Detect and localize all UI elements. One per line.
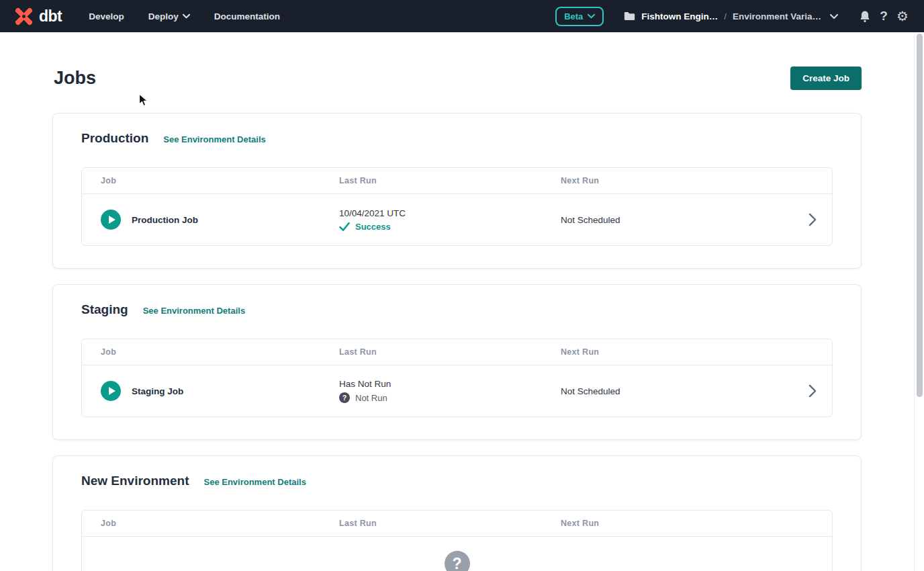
- last-run-date: 10/04/2021 UTC: [339, 208, 542, 218]
- nav-documentation[interactable]: Documentation: [214, 11, 280, 21]
- jobs-table: Job Last Run Next Run ?: [81, 510, 833, 571]
- top-navigation: dbt Develop Deploy Documentation Beta Fi…: [0, 0, 924, 32]
- jobs-table: Job Last Run Next Run Staging Job Has No…: [81, 339, 833, 417]
- success-check-icon: [339, 222, 350, 231]
- run-job-button[interactable]: [101, 381, 121, 401]
- column-header-next-run: Next Run: [542, 519, 793, 528]
- help-icon: ?: [880, 9, 888, 24]
- see-environment-details-link[interactable]: See Environment Details: [163, 134, 265, 144]
- column-header-last-run: Last Run: [320, 347, 542, 357]
- environment-card-staging: Staging See Environment Details Job Last…: [52, 284, 862, 440]
- job-name[interactable]: Production Job: [132, 215, 198, 225]
- chevron-right-icon[interactable]: [808, 213, 817, 226]
- last-run-status: Success: [355, 222, 391, 232]
- primary-nav: Develop Deploy Documentation: [89, 11, 280, 21]
- brand-wordmark: dbt: [39, 7, 62, 26]
- vertical-scrollbar[interactable]: [914, 32, 924, 571]
- environment-name: Production: [81, 131, 148, 146]
- see-environment-details-link[interactable]: See Environment Details: [203, 477, 306, 487]
- job-row[interactable]: Staging Job Has Not Run ? Not Run Not Sc…: [82, 365, 832, 416]
- column-header-job: Job: [82, 176, 320, 185]
- chevron-down-icon: [183, 13, 190, 19]
- environment-card-production: Production See Environment Details Job L…: [52, 113, 862, 269]
- chevron-down-icon[interactable]: [830, 13, 838, 19]
- play-icon: [109, 387, 116, 395]
- empty-state: ?: [82, 537, 832, 571]
- run-job-button[interactable]: [101, 210, 121, 230]
- breadcrumb-org[interactable]: Fishtown Engin…: [641, 11, 718, 21]
- table-header-row: Job Last Run Next Run: [82, 339, 832, 365]
- nav-deploy[interactable]: Deploy: [148, 11, 190, 21]
- column-header-job: Job: [82, 519, 320, 528]
- column-header-next-run: Next Run: [542, 347, 793, 357]
- column-header-job: Job: [82, 347, 320, 357]
- page-title: Jobs: [54, 68, 96, 89]
- beta-dropdown[interactable]: Beta: [555, 7, 604, 26]
- table-header-row: Job Last Run Next Run: [82, 168, 832, 194]
- chevron-right-icon[interactable]: [808, 384, 817, 398]
- settings-button[interactable]: ⚙︎: [893, 7, 912, 26]
- breadcrumb: Fishtown Engin… / Environment Varia…: [624, 11, 838, 21]
- not-run-icon: ?: [339, 392, 350, 403]
- environment-name: Staging: [81, 302, 128, 317]
- next-run-value: Not Scheduled: [542, 215, 793, 225]
- breadcrumb-project[interactable]: Environment Varia…: [733, 11, 821, 21]
- play-icon: [109, 216, 116, 224]
- environment-name: New Environment: [81, 474, 189, 488]
- column-header-next-run: Next Run: [542, 176, 793, 185]
- table-header-row: Job Last Run Next Run: [82, 511, 832, 537]
- job-name[interactable]: Staging Job: [132, 386, 183, 396]
- column-header-last-run: Last Run: [320, 176, 542, 185]
- mouse-cursor: [138, 93, 149, 111]
- breadcrumb-separator: /: [724, 11, 727, 21]
- folder-icon: [624, 11, 635, 21]
- scrollbar-thumb[interactable]: [917, 34, 923, 397]
- job-row[interactable]: Production Job 10/04/2021 UTC Success No…: [82, 194, 832, 245]
- dbt-brand[interactable]: dbt: [13, 6, 62, 27]
- empty-state-question-icon: ?: [445, 551, 470, 571]
- jobs-table: Job Last Run Next Run Production Job 10/…: [81, 167, 833, 246]
- create-job-button[interactable]: Create Job: [790, 67, 862, 90]
- last-run-status: Not Run: [355, 393, 387, 403]
- dbt-logo-icon: [13, 6, 34, 27]
- gear-icon: ⚙︎: [896, 9, 909, 23]
- help-button[interactable]: ?: [874, 7, 893, 26]
- bell-icon: [859, 10, 871, 23]
- column-header-last-run: Last Run: [320, 519, 542, 528]
- see-environment-details-link[interactable]: See Environment Details: [143, 306, 245, 316]
- environment-card-new-environment: New Environment See Environment Details …: [52, 455, 862, 571]
- next-run-value: Not Scheduled: [542, 386, 793, 396]
- nav-develop[interactable]: Develop: [89, 11, 124, 21]
- chevron-down-icon: [588, 13, 595, 19]
- notifications-button[interactable]: [856, 7, 874, 26]
- last-run-date: Has Not Run: [339, 379, 542, 389]
